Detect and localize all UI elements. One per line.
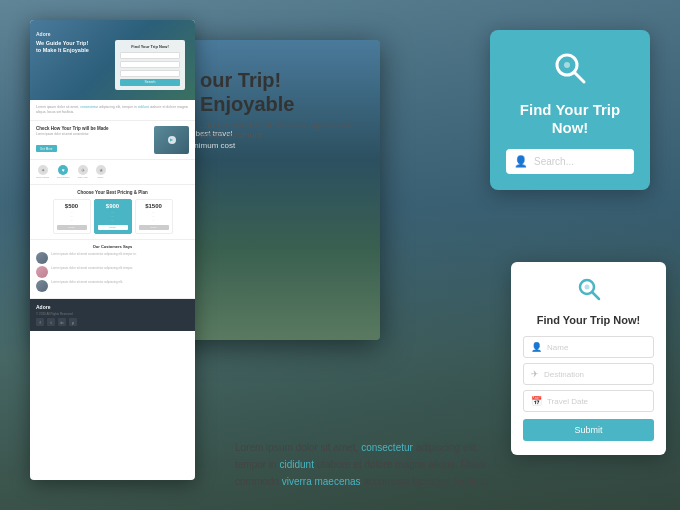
footer-social: f t in y	[36, 318, 189, 326]
svg-point-2	[564, 62, 570, 68]
bottom-link-viverra[interactable]: viverra maecenas	[282, 476, 361, 487]
mockup-logo: Adore	[36, 31, 50, 37]
plan-icon: ✈	[78, 165, 88, 175]
form-input-destination[interactable]: ✈ Destination	[523, 363, 654, 385]
bottom-paragraph: Lorem ipsum dolor sit amet, consectetur …	[235, 439, 495, 490]
pricing-cta-standard[interactable]: Order	[98, 225, 128, 230]
icon-label-plan: Plan Trip	[78, 176, 88, 179]
mockup-search-box: Find Your Trip Now! Search	[115, 40, 185, 90]
pricing-features-basic: ———	[57, 211, 87, 223]
footer-logo: Adore	[36, 304, 189, 310]
card-title: Find Your Trip Now!	[506, 101, 634, 137]
page-container: Adore We Guide Your Trip! to Make It Enj…	[0, 0, 680, 510]
form-date-placeholder: Travel Date	[547, 397, 588, 406]
footer-copyright: © 2020 All Rights Reserved	[36, 312, 189, 316]
form-calendar-icon: 📅	[531, 396, 542, 406]
form-card-search-icon	[523, 276, 654, 308]
form-input-date[interactable]: 📅 Travel Date	[523, 390, 654, 412]
testimonial-text-1: Lorem ipsum dolor sit amet consectetur a…	[51, 252, 189, 256]
pricing-card-premium: $1500 ——— Order	[135, 199, 173, 234]
youtube-icon[interactable]: y	[69, 318, 77, 326]
bottom-right-form-card: Find Your Trip Now! 👤 Name ✈ Destination…	[511, 262, 666, 455]
icon-item-bookmark: ♥ Bookmarks	[57, 165, 70, 179]
testimonials-title: Our Customers Says	[36, 244, 189, 249]
svg-line-4	[592, 292, 599, 299]
mockup-hero: Adore We Guide Your Trip! to Make It Enj…	[30, 20, 195, 100]
form-name-placeholder: Name	[547, 343, 568, 352]
pricing-cta-premium[interactable]: Order	[139, 225, 169, 230]
bookmark-icon: ♥	[58, 165, 68, 175]
form-plane-icon: ✈	[531, 369, 539, 379]
form-submit-button[interactable]: Submit	[523, 419, 654, 441]
bottom-link-cididunt[interactable]: cididunt	[279, 459, 313, 470]
card-input-placeholder: Search...	[534, 156, 574, 167]
mockup-guide-text: Check How Your Trip will be Made Lorem i…	[36, 126, 150, 154]
pricing-card-standard: $900 ——— Order	[94, 199, 132, 234]
svg-line-1	[574, 72, 584, 82]
partial-italic-2: within minimum	[200, 130, 353, 140]
enjoyable-text: Enjoyable	[200, 93, 294, 115]
facebook-icon[interactable]: f	[36, 318, 44, 326]
mockup-pricing: Choose Your Best Pricing & Plan $500 ———…	[30, 185, 195, 240]
testimonial-row-1: Lorem ipsum dolor sit amet consectetur a…	[36, 252, 189, 264]
testimonial-text-2: Lorem ipsum dolor sit amet consectetur a…	[51, 266, 189, 270]
partial-text-overlay: our Trip! Enjoyable ...to provide the be…	[200, 68, 353, 140]
icon-item-find: ✦ Find Places	[36, 165, 49, 179]
pricing-card-basic: $500 ——— Order	[53, 199, 91, 234]
icon-label-enjoy: Enjoy	[97, 176, 103, 179]
find-places-icon: ✦	[38, 165, 48, 175]
testimonial-row-3: Lorem ipsum dolor sit amet consectetur a…	[36, 280, 189, 292]
bottom-link-consectetur[interactable]: consectetur	[361, 442, 413, 453]
price-premium: $1500	[139, 203, 169, 209]
icon-label-bookmark: Bookmarks	[57, 176, 70, 179]
pricing-features-premium: ———	[139, 211, 169, 223]
avatar-2	[36, 266, 48, 278]
card-person-icon: 👤	[514, 155, 528, 168]
mockup-hero-text: We Guide Your Trip! to Make It Enjoyable	[36, 40, 115, 54]
mockup-lorem-text: Lorem ipsum dolor sit amet, consectetur …	[36, 105, 189, 115]
mockup-search-btn[interactable]: Search	[120, 79, 180, 86]
pricing-features-standard: ———	[98, 211, 128, 223]
pricing-cards: $500 ——— Order $900 ——— Order $1500 ——— …	[36, 199, 189, 234]
card-search-input[interactable]: 👤 Search...	[506, 149, 634, 174]
price-basic: $500	[57, 203, 87, 209]
form-input-name[interactable]: 👤 Name	[523, 336, 654, 358]
play-button-icon[interactable]: ▶	[168, 136, 176, 144]
mockup-input-1	[120, 52, 180, 59]
mockup-lorem-section: Lorem ipsum dolor sit amet, consectetur …	[30, 100, 195, 121]
mockup-guide-desc: Lorem ipsum dolor sit amet consectetur.	[36, 132, 150, 136]
left-mockup: Adore We Guide Your Trip! to Make It Enj…	[30, 20, 195, 480]
partial-heading: our Trip!	[200, 68, 353, 92]
pricing-cta-basic[interactable]: Order	[57, 225, 87, 230]
twitter-icon[interactable]: t	[47, 318, 55, 326]
mockup-footer: Adore © 2020 All Rights Reserved f t in …	[30, 299, 195, 331]
mockup-video-thumb[interactable]: ▶	[154, 126, 189, 154]
pricing-title: Choose Your Best Pricing & Plan	[36, 190, 189, 195]
enjoy-icon: ★	[96, 165, 106, 175]
mockup-read-more[interactable]: Get More	[36, 145, 57, 152]
form-card-title: Find Your Trip Now!	[523, 314, 654, 326]
form-destination-placeholder: Destination	[544, 370, 584, 379]
mockup-input-2	[120, 61, 180, 68]
bottom-text-end: accumsan lacus vel facilisis.	[361, 476, 489, 487]
partial-enjoyable: Enjoyable	[200, 92, 353, 116]
bottom-text-intro: Lorem ipsum dolor sit amet,	[235, 442, 361, 453]
instagram-icon[interactable]: in	[58, 318, 66, 326]
testimonial-text-3: Lorem ipsum dolor sit amet consectetur a…	[51, 280, 189, 284]
card-search-icon	[506, 50, 634, 93]
avatar-1	[36, 252, 48, 264]
partial-italic-1: ...to provide the best travel experience	[200, 120, 353, 130]
price-standard: $900	[98, 203, 128, 209]
mockup-guide-section: Check How Your Trip will be Made Lorem i…	[30, 121, 195, 160]
icon-label-find: Find Places	[36, 176, 49, 179]
svg-point-5	[584, 285, 589, 290]
mockup-search-title: Find Your Trip Now!	[120, 44, 180, 49]
icon-item-enjoy: ★ Enjoy	[96, 165, 106, 179]
top-right-search-card: Find Your Trip Now! 👤 Search...	[490, 30, 650, 190]
bottom-text-block: Lorem ipsum dolor sit amet, consectetur …	[235, 439, 495, 490]
mockup-input-3	[120, 70, 180, 77]
avatar-3	[36, 280, 48, 292]
our-trip-text: our Trip!	[200, 69, 281, 91]
icon-item-plan: ✈ Plan Trip	[78, 165, 88, 179]
form-person-icon: 👤	[531, 342, 542, 352]
